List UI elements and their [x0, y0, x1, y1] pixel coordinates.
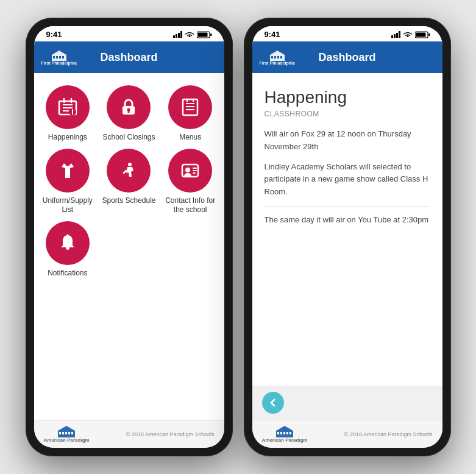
grid-item-notifications[interactable]: Notifications	[40, 221, 96, 278]
detail-para-3: The same day it will air on You Tube at …	[265, 214, 430, 227]
grid-item-happenings[interactable]: Happenings	[40, 85, 96, 143]
left-footer: American Paradigm © 2018 American Paradi…	[34, 420, 224, 448]
grid-item-school-closings[interactable]: School Closings	[101, 85, 157, 143]
right-header-title: Dashboard	[318, 51, 375, 64]
svg-rect-10	[59, 56, 61, 58]
back-button-bar	[252, 386, 442, 420]
right-content: Happening CLASSHROOM Will air on Fox 29 …	[252, 73, 442, 420]
svg-rect-8	[53, 56, 55, 58]
left-logo-icon	[51, 50, 68, 61]
svg-point-32	[128, 163, 132, 166]
svg-line-33	[124, 171, 126, 173]
right-wifi-icon	[403, 31, 413, 38]
detail-divider	[265, 206, 430, 207]
back-arrow-icon	[268, 397, 279, 408]
happenings-icon	[57, 96, 79, 118]
left-logo-text: First Philadelphia	[41, 61, 77, 65]
svg-marker-66	[276, 426, 293, 431]
svg-point-35	[185, 168, 190, 172]
wifi-icon	[185, 31, 194, 38]
svg-rect-6	[210, 34, 212, 36]
battery-icon	[197, 31, 212, 38]
left-footer-brand: American Paradigm	[44, 437, 90, 443]
right-footer-copyright: © 2018 American Paradigm Schools	[344, 431, 433, 437]
grid-item-contact[interactable]: Contact Info for the school	[163, 149, 218, 215]
right-logo: First Philadelphia	[260, 50, 295, 65]
right-header: First Philadelphia Dashboard	[252, 41, 442, 73]
svg-rect-56	[274, 56, 276, 58]
svg-rect-61	[277, 432, 279, 434]
lock-icon	[118, 96, 140, 118]
happenings-label: Happenings	[48, 133, 87, 143]
uniform-icon-circle	[46, 149, 90, 193]
contact-icon-circle	[168, 149, 212, 193]
svg-rect-52	[416, 32, 425, 37]
contact-icon	[179, 160, 201, 182]
right-screen: 9:41	[252, 26, 442, 448]
left-header: First Philadelphia Dashboard	[34, 41, 224, 73]
svg-rect-0	[173, 35, 175, 38]
signal-icon	[173, 31, 182, 38]
detail-para-1: Will air on Fox 29 at 12 noon on Thursda…	[265, 128, 430, 154]
svg-rect-57	[277, 56, 279, 58]
right-footer-logo: American Paradigm	[262, 425, 308, 443]
svg-rect-47	[391, 35, 393, 38]
sports-icon	[118, 160, 140, 182]
svg-rect-55	[271, 56, 273, 58]
svg-rect-3	[180, 31, 182, 38]
left-status-icons	[173, 31, 212, 38]
svg-rect-50	[399, 31, 400, 38]
bell-icon	[57, 232, 79, 254]
detail-para-2: Lindley Academy Scholars will selected t…	[265, 161, 430, 199]
uniform-icon	[57, 160, 79, 182]
svg-rect-9	[56, 56, 58, 58]
svg-rect-58	[280, 56, 282, 58]
svg-rect-44	[68, 432, 70, 434]
left-logo: First Philadelphia	[41, 50, 77, 65]
left-header-title: Dashboard	[100, 51, 157, 64]
left-status-bar: 9:41	[34, 26, 224, 41]
right-footer-brand: American Paradigm	[262, 437, 308, 443]
left-screen: 9:41	[34, 26, 224, 448]
contact-label: Contact Info for the school	[163, 196, 218, 215]
right-status-icons	[391, 31, 430, 38]
svg-rect-41	[59, 432, 61, 434]
back-button[interactable]	[262, 392, 284, 414]
svg-rect-48	[394, 34, 396, 38]
school-closings-icon-circle	[107, 85, 151, 129]
svg-rect-63	[283, 432, 285, 434]
detail-title: Happening	[265, 88, 430, 107]
right-logo-icon	[269, 50, 286, 61]
dashboard-grid: Happenings School Closings	[34, 73, 224, 420]
right-logo-text: First Philadelphia	[260, 61, 295, 65]
sports-icon-circle	[107, 149, 151, 193]
svg-rect-64	[286, 432, 288, 434]
right-time: 9:41	[265, 30, 280, 39]
happenings-icon-circle	[46, 85, 90, 129]
left-footer-logo-icon	[57, 425, 76, 437]
svg-rect-1	[176, 34, 177, 38]
svg-rect-45	[71, 432, 73, 434]
svg-rect-5	[197, 32, 207, 37]
svg-rect-39	[67, 234, 68, 236]
left-time: 9:41	[46, 30, 62, 39]
right-phone: 9:41	[244, 18, 451, 456]
grid-item-menus[interactable]: Menus	[163, 85, 218, 143]
menus-icon	[179, 96, 201, 118]
svg-rect-42	[62, 432, 64, 434]
svg-rect-49	[396, 33, 398, 38]
uniform-label: Uniform/Supply List	[40, 196, 96, 215]
right-status-bar: 9:41	[252, 26, 442, 41]
svg-point-21	[72, 113, 73, 115]
grid-item-sports[interactable]: Sports Schedule	[101, 149, 157, 215]
menus-label: Menus	[179, 133, 201, 143]
right-signal-icon	[391, 31, 400, 38]
grid-item-uniform[interactable]: Uniform/Supply List	[40, 149, 96, 215]
school-closings-label: School Closings	[102, 133, 155, 143]
right-battery-icon	[415, 31, 430, 38]
detail-body: Will air on Fox 29 at 12 noon on Thursda…	[265, 128, 430, 227]
phones-wrapper: 9:41	[26, 18, 451, 456]
svg-rect-43	[65, 432, 67, 434]
detail-panel: Happening CLASSHROOM Will air on Fox 29 …	[252, 73, 442, 386]
svg-marker-12	[52, 51, 66, 55]
